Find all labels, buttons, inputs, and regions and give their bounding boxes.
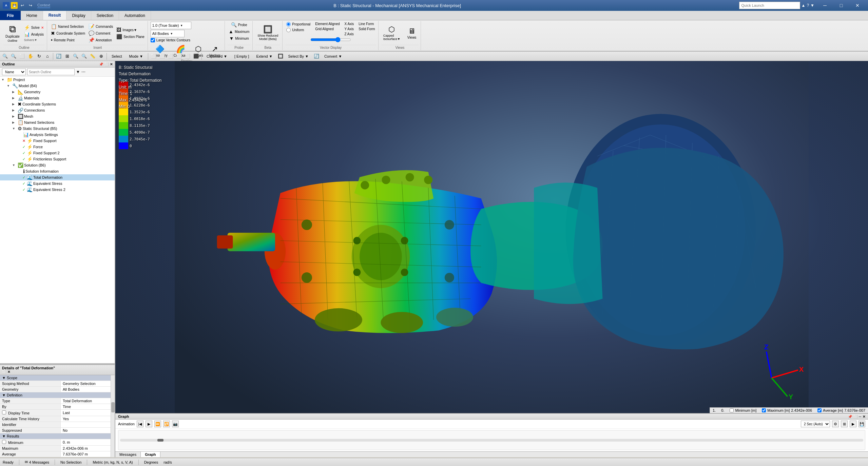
anim-settings-button[interactable]: ⚙ bbox=[832, 421, 839, 427]
details-value-type[interactable]: Total Deformation bbox=[61, 398, 115, 404]
tree-item-fixed-support-2[interactable]: ✓ ⚡ Fixed Support 2 bbox=[0, 150, 115, 156]
pan-button[interactable]: ✋ bbox=[27, 53, 34, 60]
select-by-button[interactable]: Select By ▼ bbox=[285, 53, 312, 60]
tb5[interactable]: ⬜ bbox=[184, 53, 191, 60]
scope-dropdown[interactable]: All Bodies ▼ bbox=[151, 30, 185, 37]
select-text-button[interactable]: Select bbox=[109, 53, 125, 60]
s-icon[interactable]: 🔲 bbox=[277, 53, 284, 60]
minimize-button[interactable]: ─ bbox=[817, 0, 833, 11]
graph-close-button[interactable]: ✕ bbox=[863, 415, 865, 419]
vector-slider[interactable] bbox=[310, 37, 351, 42]
details-value-calc-time-history[interactable]: Yes bbox=[61, 416, 115, 422]
rotate-button[interactable]: ↻ bbox=[35, 53, 43, 60]
details-value-identifier[interactable] bbox=[61, 422, 115, 428]
mode-button[interactable]: Mode ▼ bbox=[126, 53, 146, 60]
anim-btn-5[interactable]: 📷 bbox=[172, 421, 179, 427]
uniform-button[interactable]: Uniform bbox=[285, 27, 311, 33]
tree-item-analysis-settings[interactable]: 📊 Analysis Settings bbox=[0, 132, 115, 138]
tree-item-solution-info[interactable]: ℹ Solution Information bbox=[0, 168, 115, 174]
average-metric-checkbox[interactable] bbox=[817, 408, 822, 412]
duplicate-button[interactable]: ⧉ Duplicate Outline bbox=[3, 23, 22, 43]
comment-button[interactable]: 💬 Comment bbox=[88, 30, 114, 36]
minimum-metric-checkbox[interactable] bbox=[730, 408, 734, 412]
timeline-container[interactable] bbox=[118, 430, 865, 450]
tab-selection[interactable]: Selection bbox=[91, 11, 119, 20]
tab-result[interactable]: Result bbox=[43, 11, 67, 20]
proportional-button[interactable]: Proportional bbox=[285, 22, 311, 27]
outline-search-button[interactable]: ▼ bbox=[76, 70, 80, 74]
anim-btn-4[interactable]: 🔁 bbox=[163, 421, 170, 427]
solve-button[interactable]: ⚡ Solve ✕ bbox=[23, 24, 45, 31]
tb1[interactable]: ⬜ bbox=[150, 53, 157, 60]
details-value-display-time[interactable]: Last bbox=[61, 410, 115, 416]
grid-aligned-button[interactable]: Grid Aligned bbox=[314, 27, 341, 31]
empty-button[interactable]: [ Empty ] bbox=[231, 53, 252, 60]
views-button[interactable]: 🖥 Views bbox=[405, 26, 419, 40]
viewport[interactable]: Z X Y 2.4342e-6 2.1637e-6 1.8932e-6 bbox=[115, 61, 868, 457]
tb3[interactable]: ⬜ bbox=[167, 53, 174, 60]
y-axis-button[interactable]: Y Axis bbox=[344, 27, 355, 31]
tab-display[interactable]: Display bbox=[66, 11, 91, 20]
section-plane-button[interactable]: ⬛ Section Plane bbox=[115, 34, 146, 40]
tree-item-fixed-support[interactable]: ✕ ⚡ Fixed Support bbox=[0, 138, 115, 144]
details-value-scoping-method[interactable]: Geometry Selection bbox=[61, 381, 115, 387]
timeline-thumb[interactable] bbox=[157, 439, 163, 442]
coordinate-system-button[interactable]: ✖ Coordinate System bbox=[50, 30, 86, 36]
probe-button[interactable]: 🔍 Probe bbox=[230, 22, 248, 28]
tab-home[interactable]: Home bbox=[21, 11, 43, 20]
tree-item-geometry[interactable]: ▶ 📐 Geometry bbox=[0, 89, 115, 95]
tree-item-force[interactable]: ✓ ⚡ Force bbox=[0, 144, 115, 150]
anim-btn-3[interactable]: ⏩ bbox=[154, 421, 161, 427]
minimum-button[interactable]: ▼ Minimum bbox=[228, 35, 250, 41]
quick-launch-down[interactable]: ▼ bbox=[810, 3, 814, 8]
tree-item-equivalent-stress[interactable]: ✓ 🌊 Equivalent Stress bbox=[0, 180, 115, 187]
play-button[interactable]: ▶ bbox=[146, 421, 152, 427]
tree-item-solution[interactable]: ▼ ✅ Solution (B6) bbox=[0, 162, 115, 168]
convert-icon[interactable]: 🔄 bbox=[313, 53, 320, 60]
tree-item-coordinate-systems[interactable]: ▶ ✖ Coordinate Systems bbox=[0, 101, 115, 107]
tab-graph[interactable]: Graph bbox=[141, 452, 160, 457]
tab-file[interactable]: File bbox=[0, 11, 21, 20]
convert-button[interactable]: Convert ▼ bbox=[321, 53, 345, 60]
details-float-button[interactable]: ⬜ bbox=[2, 370, 6, 374]
tree-item-project[interactable]: ▼ 📁 Project bbox=[0, 77, 115, 83]
box-zoom-button[interactable]: ⬜ bbox=[18, 53, 26, 60]
uniform-radio[interactable] bbox=[286, 28, 291, 32]
tree-item-model[interactable]: ▼ 🔧 Model (B4) bbox=[0, 83, 115, 89]
outline-close-button[interactable]: ✕ bbox=[110, 62, 113, 66]
tree-item-frictionless-support[interactable]: ✓ ⚡ Frictionless Support bbox=[0, 156, 115, 162]
maximum-button[interactable]: ▲ Maximum bbox=[228, 28, 250, 35]
maximum-metric-checkbox[interactable] bbox=[762, 408, 766, 412]
x-axis-button[interactable]: X Axis bbox=[344, 22, 355, 26]
graph-minimize-button[interactable]: ─ bbox=[859, 415, 861, 419]
zoom-fit-button[interactable]: 🔍 bbox=[1, 53, 9, 60]
show-reduced-model-button[interactable]: 🔲 Show ReducedModel (Beta) bbox=[255, 25, 280, 42]
tree-item-equivalent-stress-2[interactable]: ✓ 🌊 Equivalent Stress 2 bbox=[0, 187, 115, 193]
scale-dropdown[interactable]: 1.0 (True Scale) ▼ bbox=[151, 22, 191, 29]
anim-grid-button[interactable]: ⊞ bbox=[841, 421, 848, 427]
solid-form-button[interactable]: Solid Form bbox=[358, 27, 376, 31]
quick-launch-up[interactable]: ▲ bbox=[802, 3, 806, 8]
quick-launch-input[interactable] bbox=[739, 2, 800, 9]
details-value-by[interactable]: Time bbox=[61, 404, 115, 410]
zoom-out-button[interactable]: 🔍 bbox=[80, 53, 88, 60]
context-tab-label[interactable]: Context bbox=[37, 3, 50, 8]
line-form-button[interactable]: Line Form bbox=[358, 22, 376, 26]
tree-item-connections[interactable]: ▶ 🔗 Connections bbox=[0, 107, 115, 113]
close-button[interactable]: ✕ bbox=[850, 0, 865, 11]
details-scrollbar[interactable] bbox=[111, 375, 115, 457]
zoom-button-2[interactable]: 🔍 bbox=[72, 53, 79, 60]
details-value-suppressed[interactable]: No bbox=[61, 428, 115, 433]
time-selector[interactable]: 2 Sec (Auto) bbox=[801, 421, 830, 427]
fit-all-button[interactable]: ⊕ bbox=[97, 53, 105, 60]
capped-isosurface-button[interactable]: ⬡ CappedIsosurface▼ bbox=[381, 25, 402, 42]
outline-pin-button[interactable]: 📌 bbox=[99, 62, 103, 66]
wireframe-button[interactable]: ⊞ bbox=[63, 53, 71, 60]
element-aligned-button[interactable]: Element Aligned bbox=[314, 22, 341, 26]
contour-checkbox[interactable] bbox=[151, 38, 155, 42]
tree-item-total-deformation[interactable]: ✓ 🌊 Total Deformation bbox=[0, 174, 115, 180]
tab-automation[interactable]: Automation bbox=[119, 11, 151, 20]
anim-save-button[interactable]: 💾 bbox=[859, 421, 865, 427]
tree-item-named-selections[interactable]: ▶ 📋 Named Selections bbox=[0, 119, 115, 125]
tree-item-static-structural[interactable]: ▼ ⚙ Static Structural (B5) bbox=[0, 125, 115, 132]
